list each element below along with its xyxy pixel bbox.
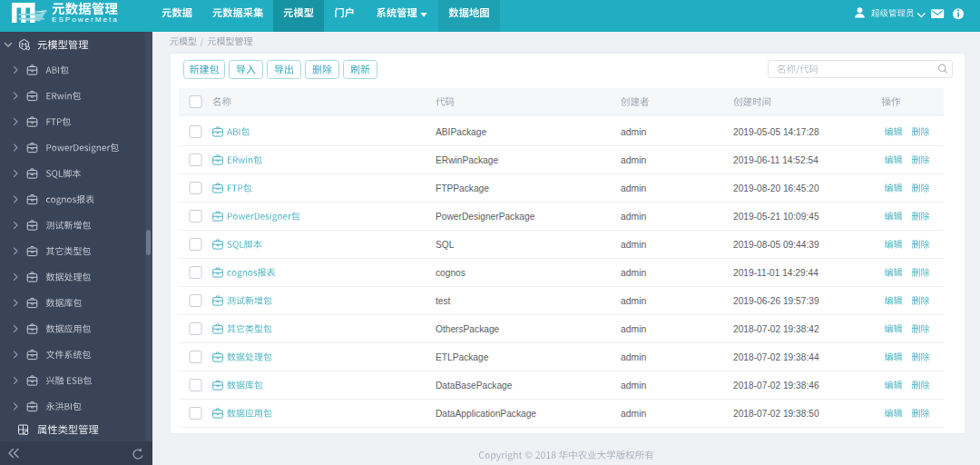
svg-text:admin: admin: [621, 127, 647, 137]
svg-text:2019-05-05 14:17:28: 2019-05-05 14:17:28: [733, 127, 819, 137]
svg-text:DataBasePackage: DataBasePackage: [436, 381, 513, 391]
svg-text:FTPPackage: FTPPackage: [436, 183, 489, 193]
svg-text:admin: admin: [621, 155, 647, 165]
svg-text:admin: admin: [621, 296, 647, 306]
svg-text:OthersPackage: OthersPackage: [436, 324, 500, 334]
svg-text:2019-06-11 14:52:54: 2019-06-11 14:52:54: [733, 155, 818, 165]
svg-text:2019-08-20 16:45:20: 2019-08-20 16:45:20: [733, 183, 819, 193]
svg-text:2018-07-02 19:38:50: 2018-07-02 19:38:50: [733, 409, 819, 419]
svg-text:test: test: [436, 296, 451, 306]
svg-text:admin: admin: [621, 409, 647, 419]
svg-text:ETLPackage: ETLPackage: [436, 352, 489, 362]
svg-text:admin: admin: [621, 212, 647, 222]
svg-text:2018-07-02 19:38:46: 2018-07-02 19:38:46: [733, 381, 819, 391]
svg-text:admin: admin: [621, 324, 647, 334]
svg-text:admin: admin: [621, 240, 647, 250]
svg-text:PowerDesignerPackage: PowerDesignerPackage: [436, 212, 535, 222]
svg-text:2019-06-26 19:57:39: 2019-06-26 19:57:39: [733, 296, 819, 306]
svg-text:ERwinPackage: ERwinPackage: [436, 155, 498, 165]
svg-text:ESPowerMeta: ESPowerMeta: [52, 15, 119, 24]
svg-text:DataApplicationPackage: DataApplicationPackage: [436, 409, 536, 419]
svg-text:2019-05-21 10:09:45: 2019-05-21 10:09:45: [733, 212, 819, 222]
svg-text:cognos: cognos: [436, 268, 466, 278]
svg-text:2019-11-01 14:29:44: 2019-11-01 14:29:44: [733, 268, 818, 278]
svg-text:admin: admin: [621, 268, 647, 278]
svg-text:SQL: SQL: [436, 240, 455, 250]
svg-text:admin: admin: [621, 381, 647, 391]
svg-text:2018-07-02 19:38:42: 2018-07-02 19:38:42: [733, 324, 819, 334]
svg-text:ABIPackage: ABIPackage: [436, 127, 486, 137]
svg-text:admin: admin: [621, 352, 647, 362]
svg-text:2018-07-02 19:38:44: 2018-07-02 19:38:44: [733, 352, 819, 362]
svg-text:admin: admin: [621, 183, 647, 193]
svg-text:2019-08-05 09:44:39: 2019-08-05 09:44:39: [733, 240, 819, 250]
